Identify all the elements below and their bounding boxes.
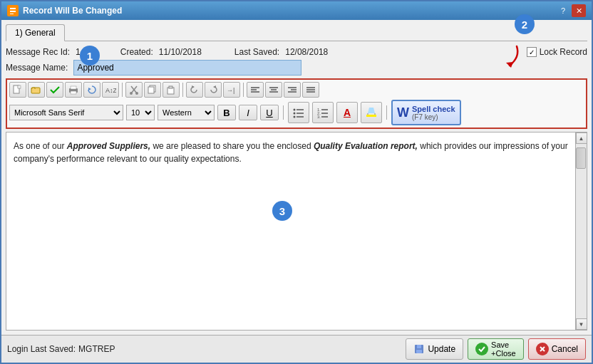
sort-button[interactable]: A↕Z — [102, 82, 119, 98]
scroll-down-button[interactable]: ▼ — [576, 318, 587, 330]
main-window: Record Will Be Changed ? ✕ 1) General Me… — [0, 0, 593, 364]
text-content: As one of our Approved Suppliers, we are… — [6, 132, 587, 172]
status-right: Update Save+Close Cancel — [406, 338, 586, 360]
svg-text:A↕Z: A↕Z — [105, 87, 116, 94]
cancel-button[interactable]: Cancel — [528, 338, 586, 360]
svg-rect-3 — [10, 14, 14, 14]
update-button[interactable]: Update — [406, 338, 463, 360]
svg-rect-1 — [10, 8, 16, 9]
status-left: Login Last Saved: MGTREP — [7, 344, 115, 354]
toolbar-row-1: A↕Z →| — [9, 82, 584, 98]
svg-rect-2 — [10, 11, 16, 12]
svg-rect-18 — [148, 87, 154, 93]
lock-record-label: Lock Record — [540, 47, 587, 57]
undo-button[interactable] — [186, 82, 203, 98]
help-button[interactable]: ? — [556, 4, 570, 17]
highlight-button[interactable] — [361, 102, 382, 123]
spell-check-button[interactable]: W Spell check (F7 key) — [391, 100, 461, 125]
print-button[interactable] — [65, 82, 82, 98]
align-right-button[interactable] — [284, 82, 301, 98]
tab-bar: 1) General — [6, 24, 587, 41]
underline-button[interactable]: U — [260, 105, 279, 120]
scroll-up-button[interactable]: ▲ — [576, 132, 587, 144]
lock-record-checkbox[interactable]: ✓ — [527, 47, 537, 57]
toolbar-separator-1 — [122, 83, 123, 97]
created-label: Created: — [120, 47, 153, 57]
ordered-list-button[interactable]: 1.2.3. — [312, 102, 334, 123]
svg-marker-22 — [213, 85, 216, 88]
svg-point-38 — [294, 113, 296, 115]
scroll-thumb[interactable] — [576, 147, 586, 169]
scroll-track[interactable] — [576, 144, 587, 318]
svg-rect-53 — [416, 350, 422, 353]
cancel-x-icon — [536, 343, 549, 355]
message-name-input[interactable] — [73, 60, 301, 76]
badge-3: 3 — [272, 201, 292, 221]
refresh-button[interactable] — [83, 82, 100, 98]
font-color-button[interactable]: A — [336, 102, 358, 123]
spell-check-w-icon: W — [397, 105, 409, 120]
svg-point-16 — [135, 92, 138, 95]
message-name-label: Message Name: — [6, 63, 68, 73]
save-close-button[interactable]: Save+Close — [468, 338, 524, 360]
svg-rect-52 — [417, 345, 421, 348]
tab-stop-button[interactable]: →| — [223, 82, 240, 98]
badge-2-arrow — [481, 43, 524, 71]
toolbar-separator-2 — [182, 83, 183, 97]
created-value: 11/10/2018 — [159, 47, 202, 57]
toolbar-separator-5 — [386, 105, 387, 120]
badge-1: 1 — [80, 46, 100, 66]
save-icon — [413, 343, 425, 355]
title-bar: Record Will Be Changed ? ✕ — [1, 1, 592, 20]
scrollbar: ▲ ▼ — [575, 132, 587, 330]
tab-general[interactable]: 1) General — [6, 24, 65, 41]
encoding-select[interactable]: Western — [158, 105, 215, 120]
svg-marker-56 — [506, 62, 513, 68]
title-bar-left: Record Will Be Changed — [7, 5, 122, 16]
window-title: Record Will Be Changed — [23, 6, 122, 16]
font-size-select[interactable]: 10 — [126, 105, 155, 120]
svg-rect-48 — [366, 115, 376, 117]
text-paragraph: As one of our Approved Suppliers, we are… — [14, 140, 572, 165]
close-button[interactable]: ✕ — [572, 4, 586, 17]
toolbar-separator-3 — [243, 83, 244, 97]
font-family-select[interactable]: Microsoft Sans Serif — [9, 105, 123, 120]
text-area-container: As one of our Approved Suppliers, we are… — [6, 132, 587, 331]
svg-point-36 — [294, 109, 296, 111]
save-close-label: Save+Close — [491, 340, 516, 358]
login-label: Login Last Saved: — [7, 344, 76, 354]
new-button[interactable] — [9, 82, 26, 98]
toolbar-container: A↕Z →| — [6, 78, 587, 129]
svg-marker-21 — [192, 85, 195, 88]
justify-button[interactable] — [302, 82, 319, 98]
check-button[interactable] — [46, 82, 63, 98]
svg-point-15 — [130, 92, 133, 95]
badge-2: 2 — [515, 14, 535, 34]
spell-check-shortcut: (F7 key) — [412, 113, 455, 121]
toolbar-row-2: Microsoft Sans Serif 10 Western B I U 1.… — [9, 100, 584, 125]
save-check-icon — [475, 343, 488, 355]
italic-button[interactable]: I — [239, 105, 257, 120]
unordered-list-button[interactable] — [288, 102, 309, 123]
update-label: Update — [428, 344, 455, 354]
paste-button[interactable] — [163, 82, 180, 98]
bold-button[interactable]: B — [217, 105, 236, 120]
svg-rect-10 — [71, 91, 76, 94]
svg-rect-9 — [71, 86, 76, 89]
cut-button[interactable] — [125, 82, 143, 98]
svg-text:3.: 3. — [317, 115, 321, 119]
copy-button[interactable] — [144, 82, 161, 98]
svg-text:→|: →| — [227, 87, 234, 94]
cancel-label: Cancel — [552, 344, 578, 354]
message-rec-id-label: Message Rec Id: — [6, 47, 70, 57]
login-value: MGTREP — [78, 344, 115, 354]
window-icon — [7, 5, 19, 16]
last-saved-label: Last Saved: — [234, 47, 279, 57]
align-center-button[interactable] — [265, 82, 282, 98]
redo-button[interactable] — [205, 82, 222, 98]
svg-rect-6 — [18, 85, 21, 88]
lock-record-container: ✓ Lock Record — [527, 47, 587, 57]
open-button[interactable] — [28, 82, 45, 98]
align-left-button[interactable] — [247, 82, 264, 98]
last-saved-value: 12/08/2018 — [285, 47, 328, 57]
